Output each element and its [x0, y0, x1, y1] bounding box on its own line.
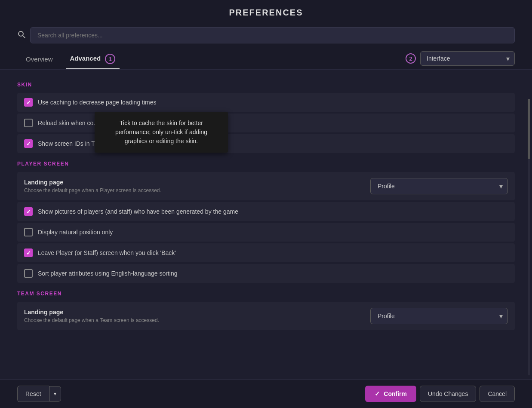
player-landing-page-text: Landing page Choose the default page whe…	[24, 179, 161, 193]
checkbox-show-pictures-label: Show pictures of players (and staff) who…	[38, 208, 238, 215]
preferences-dialog: PREFERENCES Overview Advanced 1 2 Interf…	[0, 0, 532, 408]
player-landing-page-title: Landing page	[24, 179, 161, 186]
page-title: PREFERENCES	[0, 8, 532, 18]
tabs-row: Overview Advanced 1 2 Interface	[0, 48, 532, 70]
checkbox-sort-attributes-label: Sort player attributes using English-lan…	[38, 270, 178, 277]
tab-advanced-badge: 1	[105, 54, 115, 64]
player-landing-page-row: Landing page Choose the default page whe…	[17, 172, 515, 200]
footer-bar: Reset ▾ Confirm Undo Changes Cancel	[0, 379, 532, 408]
checkbox-show-pictures[interactable]: Show pictures of players (and staff) who…	[17, 202, 515, 221]
search-bar-row	[0, 23, 532, 48]
player-screen-label: PLAYER SCREEN	[17, 161, 515, 167]
checkbox-reload-skin-box[interactable]	[24, 119, 33, 127]
reset-arrow-button[interactable]: ▾	[49, 386, 61, 402]
checkbox-show-screen-ids-box[interactable]	[24, 139, 33, 148]
search-input[interactable]	[30, 27, 515, 43]
checkbox-use-caching-label: Use caching to decrease page loading tim…	[38, 99, 157, 106]
scrollbar-thumb[interactable]	[528, 99, 530, 159]
team-landing-page-row: Landing page Choose the default page whe…	[17, 302, 515, 330]
title-bar: PREFERENCES	[0, 0, 532, 23]
team-landing-page-title: Landing page	[24, 309, 159, 316]
svg-line-1	[23, 35, 25, 38]
checkbox-display-natural-label: Display natural position only	[38, 229, 113, 236]
tooltip-caching: Tick to cache the skin for better perfor…	[95, 112, 228, 153]
team-landing-page-desc: Choose the default page when a Team scre…	[24, 317, 159, 323]
team-screen-label: TEAM SCREEN	[17, 291, 515, 297]
skin-section-label: SKIN	[17, 82, 515, 88]
checkbox-sort-attributes[interactable]: Sort player attributes using English-lan…	[17, 264, 515, 283]
interface-badge: 2	[406, 53, 416, 64]
confirm-button[interactable]: Confirm	[365, 386, 416, 402]
team-landing-dropdown[interactable]: Profile	[370, 308, 508, 324]
player-landing-dropdown[interactable]: Profile	[370, 178, 508, 194]
checkbox-show-screen-ids-label: Show screen IDs in T...	[38, 140, 99, 147]
team-landing-page-text: Landing page Choose the default page whe…	[24, 309, 159, 323]
team-screen-section: TEAM SCREEN Landing page Choose the defa…	[17, 291, 515, 330]
cancel-button[interactable]: Cancel	[480, 386, 515, 402]
reset-btn-wrap: Reset ▾	[17, 386, 61, 402]
checkbox-leave-player-screen-box[interactable]	[24, 248, 33, 257]
checkbox-show-screen-ids[interactable]: Show screen IDs in T...	[17, 134, 515, 153]
main-content: SKIN Use caching to decrease page loadin…	[0, 70, 532, 379]
footer-right: Confirm Undo Changes Cancel	[365, 386, 515, 402]
search-icon	[17, 30, 26, 41]
interface-dropdown-wrap: 2 Interface	[406, 51, 515, 66]
interface-dropdown[interactable]: Interface	[420, 51, 515, 66]
checkbox-display-natural[interactable]: Display natural position only	[17, 223, 515, 242]
checkbox-sort-attributes-box[interactable]	[24, 269, 33, 278]
checkbox-use-caching[interactable]: Use caching to decrease page loading tim…	[17, 93, 515, 112]
undo-changes-button[interactable]: Undo Changes	[420, 386, 476, 402]
tab-overview[interactable]: Overview	[17, 49, 62, 68]
checkbox-leave-player-screen-label: Leave Player (or Staff) screen when you …	[38, 249, 176, 256]
player-screen-section: PLAYER SCREEN Landing page Choose the de…	[17, 161, 515, 283]
checkbox-leave-player-screen[interactable]: Leave Player (or Staff) screen when you …	[17, 243, 515, 262]
checkbox-use-caching-box[interactable]	[24, 98, 33, 107]
checkbox-show-pictures-box[interactable]	[24, 207, 33, 216]
scrollbar-track	[528, 99, 530, 375]
checkbox-display-natural-box[interactable]	[24, 228, 33, 236]
checkbox-reload-skin[interactable]: Reload skin when co...	[17, 114, 515, 132]
player-landing-page-desc: Choose the default page when a Player sc…	[24, 187, 161, 193]
player-landing-dropdown-wrap: Profile	[370, 178, 508, 194]
team-landing-dropdown-wrap: Profile	[370, 308, 508, 324]
reset-button[interactable]: Reset	[17, 386, 49, 402]
checkbox-reload-skin-label: Reload skin when co...	[38, 120, 98, 126]
tab-advanced[interactable]: Advanced 1	[62, 48, 124, 69]
interface-dropdown-wrap-inner: Interface	[420, 51, 515, 66]
